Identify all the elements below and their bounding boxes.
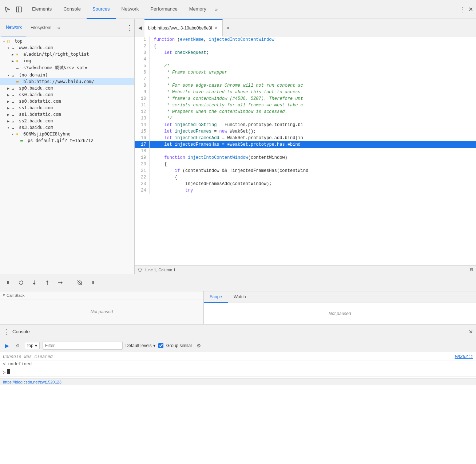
console-settings-button[interactable]: ⚙	[197, 343, 201, 349]
devtools-dots-menu[interactable]: ⋮	[459, 5, 465, 13]
scope-not-paused: Not paused	[329, 311, 351, 316]
devtools-close-button[interactable]: ✕	[468, 6, 473, 13]
console-menu-dots[interactable]: ⋮	[3, 328, 9, 336]
tree-item-blob[interactable]: ▬ blob:https://www.baidu.com/	[0, 78, 134, 85]
code-editor[interactable]: 1 function (eventName, injectedIntoConte…	[135, 36, 476, 265]
cloud-icon: ☁	[12, 72, 18, 78]
console-panel: ⋮ Console ✕ ▶ ⊘ top ▾ Default levels ▾ G…	[0, 324, 476, 378]
code-tab-blob[interactable]: blob:https://ww...3-10abe0be6e3f ✕	[144, 19, 223, 36]
tree-item-sp0[interactable]: ▶ ☁ sp0.baidu.com	[0, 85, 134, 91]
tree-item-ps-default[interactable]: ▬ ps_default.gif?_t=1526712	[0, 137, 134, 144]
context-arrow: ▾	[35, 343, 37, 348]
tree-item-ss1-bdstatic[interactable]: ▶ ☁ ss1.bdstatic.com	[0, 111, 134, 118]
watch-tab[interactable]: Watch	[228, 291, 252, 303]
line-content	[149, 148, 476, 154]
sub-tab-network[interactable]: Network	[1, 19, 26, 36]
line-content: let injectedToString = Function.prototyp…	[149, 122, 476, 128]
code-row: 18	[135, 148, 476, 154]
tab-more-button[interactable]: »	[212, 7, 221, 12]
tree-item-img[interactable]: ▶ ▪ img	[0, 58, 134, 64]
console-filter-input[interactable]	[43, 342, 123, 350]
console-block-button[interactable]: ⊘	[14, 342, 22, 350]
line-number: 20	[135, 161, 149, 168]
console-vm-link[interactable]: VM362:1	[455, 354, 473, 359]
line-content: * For some edge-cases Chrome will not ru…	[149, 82, 476, 89]
tab-performance[interactable]: Performance	[144, 0, 183, 19]
cloud-icon: ☁	[12, 86, 18, 91]
tab-elements[interactable]: Elements	[26, 0, 57, 19]
tab-memory[interactable]: Memory	[183, 0, 212, 19]
line-content: * Website have started to abuse this fac…	[149, 89, 476, 95]
line-content: let checkRequest;	[149, 50, 476, 56]
file-green-icon: ▬	[20, 138, 27, 143]
line-content: let injectedFramesAdd = WeakSet.prototyp…	[149, 135, 476, 141]
cloud-icon: ☁	[12, 105, 18, 110]
code-table: 1 function (eventName, injectedIntoConte…	[135, 36, 476, 194]
code-tab-bar: ◀ blob:https://ww...3-10abe0be6e3f ✕ »	[135, 19, 476, 36]
tree-item-aladdin[interactable]: ▶ ▪ aladdin/tpl/right_toplist	[0, 51, 134, 58]
console-input-row[interactable]: >	[0, 368, 476, 377]
tree-item-no-domain[interactable]: ▾ ☁ (no domain)	[0, 72, 134, 78]
code-row: 9 * Website have started to abuse this f…	[135, 89, 476, 95]
context-label: top	[27, 343, 33, 348]
scope-tab[interactable]: Scope	[204, 291, 228, 303]
console-cleared-row: Console was cleared VM362:1	[0, 354, 476, 361]
code-tab-label: blob:https://ww...3-10abe0be6e3f	[148, 25, 212, 31]
sub-tab-more[interactable]: »	[57, 25, 60, 31]
tree-item-ss0-bdstatic[interactable]: ▶ ☁ ss0.bdstatic.com	[0, 98, 134, 105]
console-context-selector[interactable]: top ▾	[25, 342, 40, 349]
deactivate-breakpoints-button[interactable]	[75, 278, 85, 288]
step-over-button[interactable]	[16, 278, 26, 288]
code-row: 1 function (eventName, injectedIntoConte…	[135, 36, 476, 43]
tree-item-ss1-baidu[interactable]: ▶ ☁ ss1.baidu.com	[0, 105, 134, 111]
console-close-button[interactable]: ✕	[469, 329, 473, 335]
tab-network[interactable]: Network	[116, 0, 145, 19]
console-execute-button[interactable]: ▶	[3, 342, 11, 350]
cursor-icon[interactable]	[3, 5, 12, 14]
tree-item-6onw[interactable]: ▾ ▪ 6ONWsjip0QIZ8tyhnq	[0, 131, 134, 137]
line-number: 13	[135, 115, 149, 122]
levels-arrow: ▾	[153, 343, 155, 348]
sub-tab-filesystem[interactable]: Filesystem	[26, 19, 56, 36]
format-icon[interactable]: {}	[138, 267, 142, 272]
tree-item-ss3-baidu[interactable]: ▾ ☁ ss3.baidu.com	[0, 124, 134, 131]
dock-icon[interactable]	[15, 5, 23, 14]
tree-label: top	[15, 39, 23, 44]
cloud-icon: ☁	[12, 112, 18, 117]
tree-item-ss0-baidu[interactable]: ▶ ☁ ss0.baidu.com	[0, 91, 134, 98]
svg-marker-5	[33, 283, 36, 285]
step-out-button[interactable]	[42, 278, 52, 288]
code-nav-back[interactable]: ◀	[136, 25, 144, 31]
console-levels-dropdown[interactable]: Default levels ▾	[126, 343, 155, 348]
step-into-button[interactable]	[29, 278, 39, 288]
code-row: 3 let checkRequest;	[135, 50, 476, 56]
tree-arrow: ▶	[7, 113, 12, 117]
line-content: try	[149, 187, 476, 194]
tab-console[interactable]: Console	[57, 0, 87, 19]
tree-arrow: ▾	[7, 46, 12, 50]
line-number: 9	[135, 89, 149, 95]
line-number: 11	[135, 102, 149, 109]
svg-rect-1	[16, 7, 19, 12]
console-tab-label: Console	[12, 329, 30, 334]
svg-rect-0	[16, 7, 21, 12]
tree-item-ss2-baidu[interactable]: ▶ ☁ ss2.baidu.com	[0, 118, 134, 124]
not-paused-label: Not paused	[91, 309, 113, 314]
tree-item-www-baidu[interactable]: ▾ ☁ www.baidu.com	[0, 44, 134, 51]
tree-label: ps_default.gif?_t=1526712	[28, 138, 94, 143]
group-similar-checkbox[interactable]	[158, 343, 163, 348]
line-number: 23	[135, 181, 149, 187]
console-undef-row: < undefined	[0, 361, 476, 368]
tree-item-swd[interactable]: ▬ s?wd=chrome 调试&rsv_spt=	[0, 64, 134, 72]
pause-button[interactable]: ⏸	[3, 278, 13, 288]
tree-label: ss3.baidu.com	[19, 125, 53, 130]
format-button[interactable]: ⊟	[470, 267, 473, 272]
code-row: 11 * scripts consistently for all frames…	[135, 102, 476, 109]
code-tab-close[interactable]: ✕	[214, 25, 218, 31]
pause-exceptions-button[interactable]: ⏸	[88, 278, 98, 288]
code-tab-more[interactable]: »	[224, 25, 231, 31]
step-button[interactable]	[55, 278, 66, 288]
tree-item-top[interactable]: ▾ □ top	[0, 38, 134, 44]
left-panel-menu[interactable]: ⋮	[126, 24, 133, 32]
tab-sources[interactable]: Sources	[87, 0, 116, 19]
